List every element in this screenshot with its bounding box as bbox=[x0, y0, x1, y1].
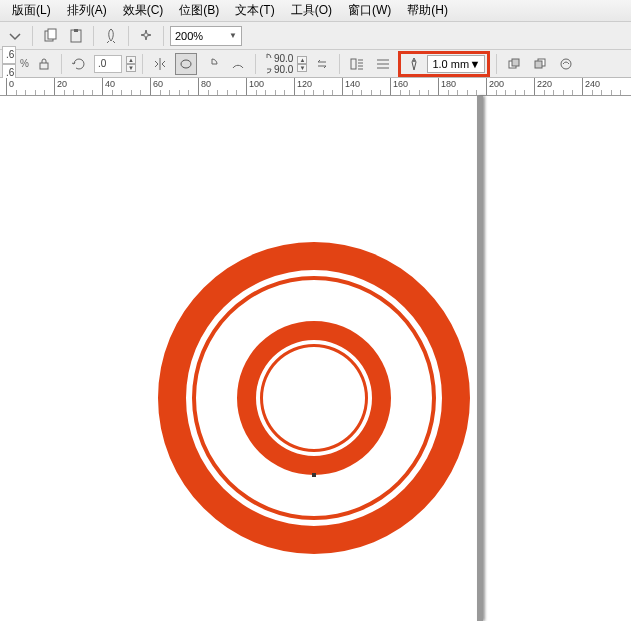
separator bbox=[142, 54, 143, 74]
to-back-icon[interactable] bbox=[529, 53, 551, 75]
to-front-icon[interactable] bbox=[503, 53, 525, 75]
svg-rect-3 bbox=[74, 29, 78, 32]
menu-window[interactable]: 窗口(W) bbox=[342, 0, 397, 21]
ellipse-icon[interactable] bbox=[175, 53, 197, 75]
angle-b-icon bbox=[262, 64, 272, 74]
menu-arrange[interactable]: 排列(A) bbox=[61, 0, 113, 21]
svg-point-7 bbox=[413, 60, 415, 62]
svg-rect-6 bbox=[351, 59, 356, 69]
swap-angles-icon[interactable] bbox=[311, 53, 333, 75]
svg-rect-11 bbox=[535, 61, 542, 68]
separator bbox=[32, 26, 33, 46]
menu-layout[interactable]: 版面(L) bbox=[6, 0, 57, 21]
align-icon[interactable] bbox=[372, 53, 394, 75]
lock-ratio-icon[interactable] bbox=[33, 53, 55, 75]
angle-a-icon bbox=[262, 53, 272, 63]
mirror-h-icon[interactable] bbox=[149, 53, 171, 75]
svg-point-5 bbox=[181, 60, 191, 68]
separator bbox=[61, 54, 62, 74]
scale-fields: .6 .6 bbox=[2, 46, 16, 82]
zoom-value: 200% bbox=[175, 30, 203, 42]
menu-tools[interactable]: 工具(O) bbox=[285, 0, 338, 21]
separator bbox=[93, 26, 94, 46]
angle-a-value[interactable]: 90.0 bbox=[274, 53, 293, 64]
svg-rect-13 bbox=[312, 473, 316, 477]
svg-rect-1 bbox=[48, 29, 56, 39]
menu-text[interactable]: 文本(T) bbox=[229, 0, 280, 21]
paste-icon[interactable] bbox=[65, 25, 87, 47]
copy-icon[interactable] bbox=[39, 25, 61, 47]
scale-x-field[interactable]: .6 bbox=[2, 46, 16, 64]
pen-icon[interactable] bbox=[403, 53, 425, 75]
convert-curve-icon[interactable] bbox=[555, 53, 577, 75]
percent-label: % bbox=[20, 58, 29, 69]
outline-width-highlighted: 1.0 mm ▼ bbox=[398, 51, 490, 77]
outline-width-value: 1.0 mm bbox=[432, 58, 469, 70]
menu-bitmap[interactable]: 位图(B) bbox=[173, 0, 225, 21]
menu-help[interactable]: 帮助(H) bbox=[401, 0, 454, 21]
chevron-down-icon[interactable] bbox=[4, 25, 26, 47]
separator bbox=[339, 54, 340, 74]
rings-artwork[interactable] bbox=[158, 242, 470, 554]
menu-bar: 版面(L) 排列(A) 效果(C) 位图(B) 文本(T) 工具(O) 窗口(W… bbox=[0, 0, 631, 22]
rotate-icon[interactable] bbox=[68, 53, 90, 75]
separator bbox=[496, 54, 497, 74]
separator bbox=[128, 26, 129, 46]
sparkle-icon[interactable] bbox=[135, 25, 157, 47]
rotation-spinner[interactable]: ▲▼ bbox=[126, 56, 136, 72]
standard-toolbar: 200% ▼ bbox=[0, 22, 631, 50]
chevron-down-icon: ▼ bbox=[469, 58, 480, 70]
page-boundary bbox=[477, 96, 483, 621]
canvas-area[interactable] bbox=[0, 96, 631, 621]
svg-rect-4 bbox=[40, 63, 48, 69]
svg-point-12 bbox=[561, 59, 571, 69]
property-bar: .6 .6 % .0 ▲▼ 90.0 90.0 ▲▼ 1.0 mm ▼ bbox=[0, 50, 631, 78]
rotation-field[interactable]: .0 bbox=[94, 55, 122, 73]
outline-width-combo[interactable]: 1.0 mm ▼ bbox=[427, 55, 485, 73]
menu-effects[interactable]: 效果(C) bbox=[117, 0, 170, 21]
rocket-icon[interactable] bbox=[100, 25, 122, 47]
wrap-text-icon[interactable] bbox=[346, 53, 368, 75]
zoom-combo[interactable]: 200% ▼ bbox=[170, 26, 242, 46]
separator bbox=[163, 26, 164, 46]
pie-icon[interactable] bbox=[201, 53, 223, 75]
angle-fields: 90.0 90.0 bbox=[262, 53, 293, 75]
angle-spinner[interactable]: ▲▼ bbox=[297, 56, 307, 72]
arc-icon[interactable] bbox=[227, 53, 249, 75]
svg-rect-9 bbox=[512, 59, 519, 66]
angle-b-value[interactable]: 90.0 bbox=[274, 64, 293, 75]
horizontal-ruler: 020406080100120140160180200220240 bbox=[0, 78, 631, 96]
chevron-down-icon: ▼ bbox=[229, 31, 237, 40]
separator bbox=[255, 54, 256, 74]
